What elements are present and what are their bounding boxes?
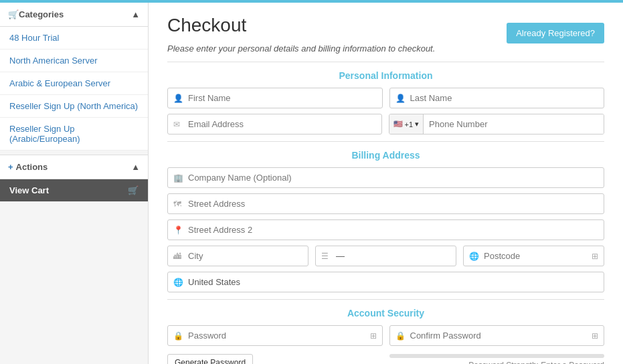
view-cart-button[interactable]: View Cart 🛒 <box>0 179 148 201</box>
phone-input[interactable] <box>424 114 604 134</box>
cart-icon: 🛒 <box>128 185 139 195</box>
street-group: 🗺 <box>167 193 604 214</box>
city-icon: 🏙 <box>173 252 181 261</box>
list-icon: ☰ <box>321 252 329 261</box>
confirm-right-icon: ⊞ <box>592 331 598 341</box>
lock-icon-2: 🔒 <box>395 331 406 341</box>
categories-icon: 🛒 <box>8 9 19 19</box>
sidebar-item-reseller-north-america[interactable]: Reseller Sign Up (North America) <box>0 95 148 118</box>
contact-row: ✉ 🇺🇸 +1 ▾ <box>167 114 604 134</box>
sidebar-item-48-hour-trial[interactable]: 48 Hour Trial <box>0 27 148 50</box>
actions-chevron: ▲ <box>131 162 140 172</box>
divider-2 <box>167 141 604 142</box>
postcode-group: 🌐 ⊞ <box>463 246 604 266</box>
plus-icon: + <box>8 162 13 172</box>
city-input[interactable] <box>167 246 308 266</box>
already-registered-button[interactable]: Already Registered? <box>507 23 604 43</box>
confirm-password-input[interactable] <box>389 325 605 346</box>
password-right-icon: ⊞ <box>370 331 377 341</box>
email-input[interactable] <box>167 114 382 134</box>
password-group: 🔒 ⊞ <box>167 325 383 346</box>
street2-group: 📍 <box>167 219 604 240</box>
map-icon: 🗺 <box>173 199 181 209</box>
city-state-postcode-row: 🏙 ☰ — 🌐 ⊞ <box>167 246 604 266</box>
categories-header: 🛒 Categories ▲ <box>0 3 148 27</box>
top-bar <box>0 0 623 3</box>
postcode-input[interactable] <box>463 246 604 266</box>
strength-bar-container <box>389 354 605 358</box>
street2-row: 📍 <box>167 219 604 240</box>
categories-chevron: ▲ <box>131 9 140 19</box>
main-content: Checkout Already Registered? Please ente… <box>149 3 623 364</box>
user-icon: 👤 <box>173 94 183 103</box>
country-select[interactable]: United States Canada United Kingdom <box>167 272 604 292</box>
company-row: 🏢 <box>167 167 604 188</box>
sidebar: 🛒 Categories ▲ 48 Hour Trial North Ameri… <box>0 3 149 364</box>
password-strength-label: Password Strength: Enter a Password <box>389 361 605 364</box>
user-icon-2: 👤 <box>395 94 406 103</box>
state-select[interactable]: — <box>315 246 456 266</box>
email-icon: ✉ <box>173 120 180 129</box>
password-row: 🔒 ⊞ 🔒 ⊞ <box>167 325 604 346</box>
divider-1 <box>167 62 604 62</box>
location-icon: 📍 <box>173 225 183 235</box>
view-cart-label: View Cart <box>9 185 49 195</box>
account-security-title: Account Security <box>167 308 604 318</box>
divider-3 <box>167 299 604 300</box>
generate-row: Generate Password Password Strength: Ent… <box>167 351 604 364</box>
postcode-right-icon: ⊞ <box>592 252 598 261</box>
street-input[interactable] <box>167 193 604 214</box>
subtitle: Please enter your personal details and b… <box>167 43 604 54</box>
categories-label: Categories <box>19 9 64 19</box>
state-group: ☰ — <box>315 246 456 266</box>
first-name-group: 👤 <box>167 88 383 108</box>
sidebar-item-north-american-server[interactable]: North American Server <box>0 50 148 72</box>
phone-dropdown-icon: ▾ <box>415 120 419 128</box>
company-input[interactable] <box>167 167 604 188</box>
confirm-password-group: 🔒 ⊞ <box>389 325 605 346</box>
building-icon: 🏢 <box>173 173 183 183</box>
phone-group: 🇺🇸 +1 ▾ <box>389 114 605 134</box>
last-name-group: 👤 <box>389 88 605 108</box>
actions-header: + Actions ▲ <box>0 155 148 179</box>
strength-section: Password Strength: Enter a Password <box>389 351 605 364</box>
first-name-input[interactable] <box>167 88 383 108</box>
flag-emoji: 🇺🇸 <box>393 120 403 128</box>
generate-section: Generate Password <box>167 351 383 364</box>
phone-flag: 🇺🇸 +1 ▾ <box>389 114 424 134</box>
name-row: 👤 👤 <box>167 88 604 108</box>
street2-input[interactable] <box>167 219 604 240</box>
sidebar-item-arabic-european-server[interactable]: Arabic & European Server <box>0 72 148 95</box>
password-input[interactable] <box>167 325 383 346</box>
actions-label: Actions <box>16 162 48 172</box>
personal-info-title: Personal Information <box>167 70 604 81</box>
country-row: 🌐 United States Canada United Kingdom <box>167 272 604 292</box>
globe-icon: 🌐 <box>173 278 183 287</box>
phone-code: +1 <box>405 120 414 128</box>
street-row: 🗺 <box>167 193 604 214</box>
last-name-input[interactable] <box>389 88 605 108</box>
email-group: ✉ <box>167 114 382 134</box>
city-group: 🏙 <box>167 246 308 266</box>
country-group: 🌐 United States Canada United Kingdom <box>167 272 604 292</box>
billing-title: Billing Address <box>167 150 604 161</box>
lock-icon: 🔒 <box>173 331 183 341</box>
company-group: 🏢 <box>167 167 604 188</box>
postcode-icon: 🌐 <box>469 252 479 261</box>
generate-password-button[interactable]: Generate Password <box>167 354 253 364</box>
sidebar-item-reseller-arabic-european[interactable]: Reseller Sign Up (Arabic/European) <box>0 118 148 151</box>
